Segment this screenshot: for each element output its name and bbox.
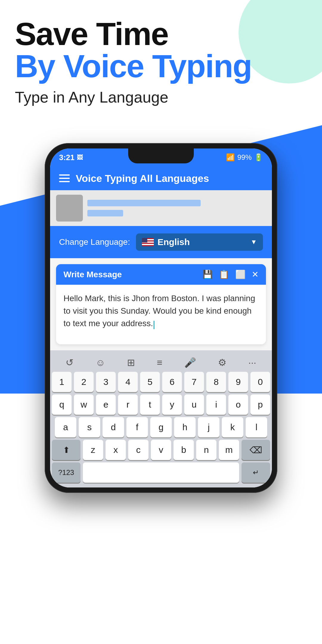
ad-line-2 bbox=[87, 210, 123, 216]
subtitle: Type in Any Langauge bbox=[15, 88, 307, 106]
key-a[interactable]: a bbox=[55, 417, 76, 437]
key-d[interactable]: d bbox=[103, 417, 124, 437]
key-h[interactable]: h bbox=[174, 417, 196, 437]
language-dropdown[interactable]: English ▼ bbox=[136, 233, 263, 251]
key-n[interactable]: n bbox=[196, 440, 216, 460]
key-f[interactable]: f bbox=[126, 417, 148, 437]
message-header-title: Write Message bbox=[64, 270, 122, 279]
keyboard-asdf-row: a s d f g h j k l bbox=[52, 417, 270, 437]
key-b[interactable]: b bbox=[174, 440, 194, 460]
signal-icon: 📶 bbox=[226, 153, 235, 162]
key-e[interactable]: e bbox=[96, 394, 116, 415]
message-card: Write Message 💾 📋 ⬜ ✕ Hello Mark, this i… bbox=[56, 264, 266, 344]
keyboard-mic-icon[interactable]: 🎤 bbox=[184, 357, 196, 368]
key-w[interactable]: w bbox=[74, 394, 94, 415]
key-space[interactable] bbox=[83, 462, 239, 483]
key-o[interactable]: o bbox=[228, 394, 248, 415]
key-5[interactable]: 5 bbox=[140, 372, 160, 392]
status-time: 3:21 🖼 bbox=[59, 153, 83, 162]
phone-notch bbox=[128, 148, 194, 163]
menu-line bbox=[59, 178, 70, 179]
key-1[interactable]: 1 bbox=[52, 372, 72, 392]
phone-mockup: 3:21 🖼 📶 99% 🔋 Voice Typing All Language… bbox=[45, 143, 277, 493]
key-return[interactable]: ↵ bbox=[242, 462, 270, 483]
keyboard-rotate-icon[interactable]: ↺ bbox=[66, 357, 74, 368]
ad-thumbnail bbox=[56, 195, 83, 222]
keyboard-settings-icon[interactable]: ⚙ bbox=[218, 357, 227, 368]
message-header-actions: 💾 📋 ⬜ ✕ bbox=[202, 270, 258, 279]
key-8[interactable]: 8 bbox=[206, 372, 226, 392]
key-x[interactable]: x bbox=[106, 440, 126, 460]
keyboard-sticker-icon[interactable]: ⊞ bbox=[127, 357, 135, 368]
status-right: 📶 99% 🔋 bbox=[226, 153, 263, 162]
message-body[interactable]: Hello Mark, this is Jhon from Boston. I … bbox=[56, 285, 266, 344]
key-3[interactable]: 3 bbox=[96, 372, 116, 392]
keyboard-more-icon[interactable]: ··· bbox=[248, 357, 256, 368]
key-symbols[interactable]: ?123 bbox=[52, 462, 80, 483]
keyboard-toolbar: ↺ ☺ ⊞ ≡ 🎤 ⚙ ··· bbox=[52, 353, 270, 372]
headline-line1: Save Time bbox=[15, 18, 307, 50]
key-y[interactable]: y bbox=[162, 394, 182, 415]
menu-button[interactable] bbox=[59, 174, 70, 182]
duplicate-icon[interactable]: ⬜ bbox=[235, 270, 246, 279]
key-c[interactable]: c bbox=[128, 440, 148, 460]
menu-line bbox=[59, 174, 70, 176]
key-q[interactable]: q bbox=[52, 394, 72, 415]
key-v[interactable]: v bbox=[151, 440, 171, 460]
keyboard-rows: 1 2 3 4 5 6 7 8 9 0 q w bbox=[52, 372, 270, 486]
app-bar: Voice Typing All Languages bbox=[50, 166, 272, 190]
phone-frame: 3:21 🖼 📶 99% 🔋 Voice Typing All Language… bbox=[45, 143, 277, 493]
key-p[interactable]: p bbox=[250, 394, 270, 415]
ad-content bbox=[87, 200, 201, 216]
save-icon[interactable]: 💾 bbox=[202, 270, 213, 279]
key-l[interactable]: l bbox=[246, 417, 267, 437]
battery-text: 99% bbox=[237, 153, 252, 162]
menu-line bbox=[59, 181, 70, 182]
key-j[interactable]: j bbox=[198, 417, 219, 437]
keyboard-emoji-icon[interactable]: ☺ bbox=[95, 357, 105, 368]
photo-icon: 🖼 bbox=[77, 154, 83, 161]
key-7[interactable]: 7 bbox=[184, 372, 204, 392]
keyboard-number-row: 1 2 3 4 5 6 7 8 9 0 bbox=[52, 372, 270, 392]
header-section: Save Time By Voice Typing Type in Any La… bbox=[0, 0, 322, 106]
ad-line-1 bbox=[87, 200, 201, 206]
key-6[interactable]: 6 bbox=[162, 372, 182, 392]
keyboard-clipboard-icon[interactable]: ≡ bbox=[157, 357, 162, 368]
language-section: Change Language: English ▼ bbox=[50, 226, 272, 258]
ad-banner bbox=[50, 190, 272, 226]
key-i[interactable]: i bbox=[206, 394, 226, 415]
key-2[interactable]: 2 bbox=[74, 372, 94, 392]
message-text: Hello Mark, this is Jhon from Boston. I … bbox=[64, 294, 255, 328]
key-z[interactable]: z bbox=[83, 440, 103, 460]
key-u[interactable]: u bbox=[184, 394, 204, 415]
headline-line2: By Voice Typing bbox=[15, 50, 307, 82]
us-flag-icon bbox=[142, 238, 154, 246]
key-s[interactable]: s bbox=[79, 417, 100, 437]
key-9[interactable]: 9 bbox=[228, 372, 248, 392]
language-label: Change Language: bbox=[59, 237, 130, 247]
keyboard-space-row: ?123 ↵ bbox=[52, 462, 270, 486]
key-r[interactable]: r bbox=[118, 394, 138, 415]
key-4[interactable]: 4 bbox=[118, 372, 138, 392]
keyboard-qwerty-row: q w e r t y u i o p bbox=[52, 394, 270, 415]
keyboard-zxcv-row: ⬆ z x c v b n m ⌫ bbox=[52, 440, 270, 460]
key-shift[interactable]: ⬆ bbox=[52, 440, 80, 460]
key-g[interactable]: g bbox=[150, 417, 172, 437]
dropdown-arrow-icon: ▼ bbox=[250, 238, 257, 246]
key-backspace[interactable]: ⌫ bbox=[242, 440, 270, 460]
key-0[interactable]: 0 bbox=[250, 372, 270, 392]
copy-icon[interactable]: 📋 bbox=[219, 270, 229, 279]
phone-screen: 3:21 🖼 📶 99% 🔋 Voice Typing All Language… bbox=[50, 148, 272, 487]
key-k[interactable]: k bbox=[222, 417, 243, 437]
text-cursor bbox=[154, 321, 154, 329]
key-t[interactable]: t bbox=[140, 394, 160, 415]
language-selected: English bbox=[157, 237, 247, 247]
app-title: Voice Typing All Languages bbox=[76, 173, 209, 184]
battery-icon: 🔋 bbox=[254, 153, 263, 162]
close-icon[interactable]: ✕ bbox=[252, 270, 258, 279]
keyboard: ↺ ☺ ⊞ ≡ 🎤 ⚙ ··· 1 2 3 4 5 bbox=[50, 350, 272, 487]
key-m[interactable]: m bbox=[219, 440, 239, 460]
message-header: Write Message 💾 📋 ⬜ ✕ bbox=[56, 264, 266, 285]
message-container: Write Message 💾 📋 ⬜ ✕ Hello Mark, this i… bbox=[50, 258, 272, 350]
